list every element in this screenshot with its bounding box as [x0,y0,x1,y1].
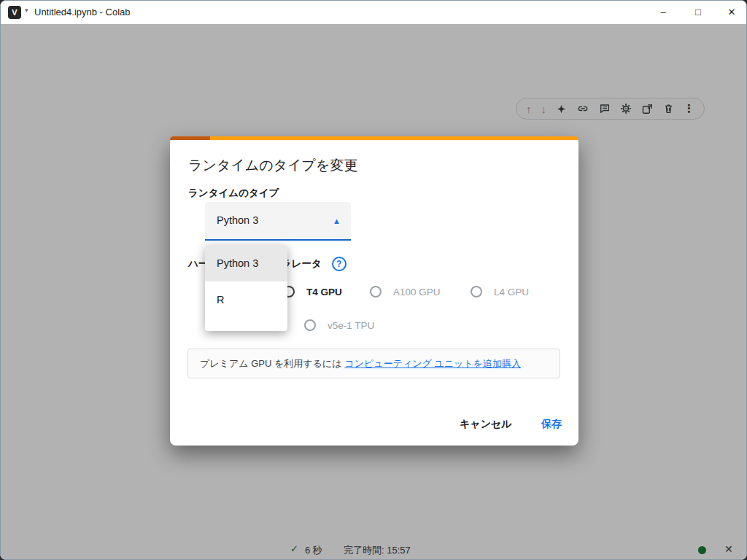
premium-gpu-notice: プレミアム GPU を利用するには コンピューティング ユニットを追加購入 [187,349,560,378]
select-arrow-up-icon: ▲ [333,217,341,225]
radio-circle-icon [304,319,316,331]
close-window-button[interactable]: ✕ [722,4,741,21]
menu-option-r[interactable]: R [205,281,287,318]
save-button[interactable]: 保存 [541,418,562,431]
dialog-title: ランタイムのタイプを変更 [188,156,357,175]
menu-option-python3[interactable]: Python 3 [205,245,287,281]
dialog-accent-bar [170,136,578,140]
vivaldi-logo-icon[interactable]: V [8,6,21,19]
premium-notice-text: プレミアム GPU を利用するには [200,357,341,370]
cancel-button[interactable]: キャンセル [460,418,512,431]
radio-v5e-1-tpu: v5e-1 TPU [304,319,374,331]
browser-titlebar: V ▾ Untitled4.ipynb - Colab – □ ✕ [1,1,746,24]
window-title: Untitled4.ipynb - Colab [34,7,131,18]
runtime-type-menu: Python 3 R [205,245,287,331]
radio-circle-icon [370,286,382,298]
vivaldi-menu-caret-icon[interactable]: ▾ [25,7,28,14]
maximize-button[interactable]: □ [689,4,708,21]
runtime-type-label: ランタイムのタイプ [188,187,279,200]
radio-l4-gpu: L4 GPU [471,286,529,298]
radio-t4-gpu[interactable]: T4 GPU [283,286,342,298]
runtime-type-value: Python 3 [217,202,258,238]
minimize-button[interactable]: – [654,4,673,21]
radio-circle-icon [471,286,482,298]
buy-compute-units-link[interactable]: コンピューティング ユニットを追加購入 [344,357,521,370]
help-icon[interactable]: ? [332,257,347,271]
runtime-type-select[interactable]: Python 3 ▲ [205,202,351,241]
radio-a100-gpu: A100 GPU [370,286,441,298]
browser-window: V ▾ Untitled4.ipynb - Colab – □ ✕ Untitl… [0,0,747,560]
